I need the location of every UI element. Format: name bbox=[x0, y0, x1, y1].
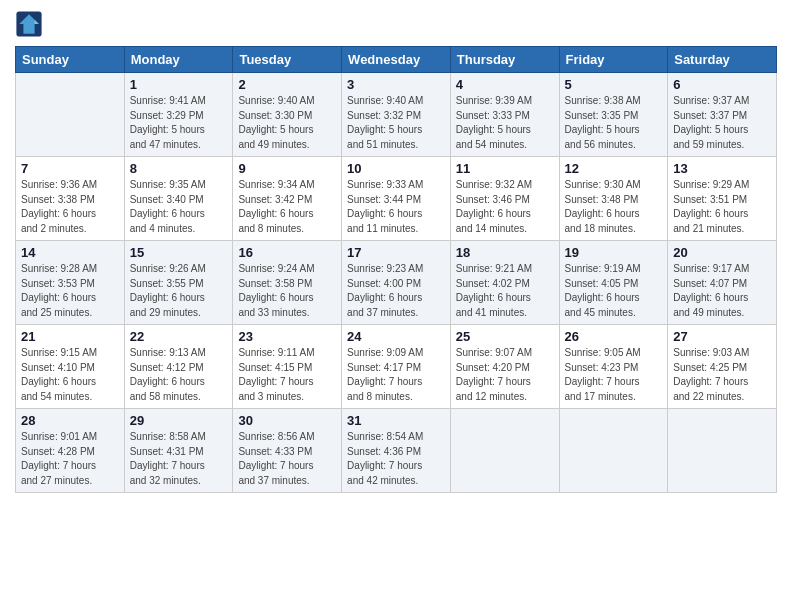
day-info: Sunrise: 9:33 AM Sunset: 3:44 PM Dayligh… bbox=[347, 178, 445, 236]
calendar-cell: 29Sunrise: 8:58 AM Sunset: 4:31 PM Dayli… bbox=[124, 409, 233, 493]
logo-icon bbox=[15, 10, 43, 38]
day-header-monday: Monday bbox=[124, 47, 233, 73]
day-number: 15 bbox=[130, 245, 228, 260]
day-info: Sunrise: 9:30 AM Sunset: 3:48 PM Dayligh… bbox=[565, 178, 663, 236]
day-number: 13 bbox=[673, 161, 771, 176]
header bbox=[15, 10, 777, 38]
day-info: Sunrise: 9:24 AM Sunset: 3:58 PM Dayligh… bbox=[238, 262, 336, 320]
day-number: 22 bbox=[130, 329, 228, 344]
calendar-cell: 7Sunrise: 9:36 AM Sunset: 3:38 PM Daylig… bbox=[16, 157, 125, 241]
calendar-cell: 6Sunrise: 9:37 AM Sunset: 3:37 PM Daylig… bbox=[668, 73, 777, 157]
day-number: 4 bbox=[456, 77, 554, 92]
calendar-cell: 20Sunrise: 9:17 AM Sunset: 4:07 PM Dayli… bbox=[668, 241, 777, 325]
day-number: 31 bbox=[347, 413, 445, 428]
day-info: Sunrise: 9:15 AM Sunset: 4:10 PM Dayligh… bbox=[21, 346, 119, 404]
calendar-cell: 12Sunrise: 9:30 AM Sunset: 3:48 PM Dayli… bbox=[559, 157, 668, 241]
week-row-3: 14Sunrise: 9:28 AM Sunset: 3:53 PM Dayli… bbox=[16, 241, 777, 325]
calendar-cell: 26Sunrise: 9:05 AM Sunset: 4:23 PM Dayli… bbox=[559, 325, 668, 409]
day-number: 14 bbox=[21, 245, 119, 260]
day-number: 11 bbox=[456, 161, 554, 176]
calendar-cell: 5Sunrise: 9:38 AM Sunset: 3:35 PM Daylig… bbox=[559, 73, 668, 157]
day-info: Sunrise: 9:34 AM Sunset: 3:42 PM Dayligh… bbox=[238, 178, 336, 236]
day-info: Sunrise: 9:35 AM Sunset: 3:40 PM Dayligh… bbox=[130, 178, 228, 236]
day-info: Sunrise: 9:28 AM Sunset: 3:53 PM Dayligh… bbox=[21, 262, 119, 320]
day-info: Sunrise: 9:17 AM Sunset: 4:07 PM Dayligh… bbox=[673, 262, 771, 320]
calendar-cell bbox=[559, 409, 668, 493]
day-info: Sunrise: 9:39 AM Sunset: 3:33 PM Dayligh… bbox=[456, 94, 554, 152]
calendar-cell: 9Sunrise: 9:34 AM Sunset: 3:42 PM Daylig… bbox=[233, 157, 342, 241]
calendar-cell: 30Sunrise: 8:56 AM Sunset: 4:33 PM Dayli… bbox=[233, 409, 342, 493]
day-header-thursday: Thursday bbox=[450, 47, 559, 73]
day-info: Sunrise: 8:58 AM Sunset: 4:31 PM Dayligh… bbox=[130, 430, 228, 488]
day-number: 10 bbox=[347, 161, 445, 176]
day-info: Sunrise: 9:19 AM Sunset: 4:05 PM Dayligh… bbox=[565, 262, 663, 320]
day-number: 9 bbox=[238, 161, 336, 176]
calendar-cell bbox=[16, 73, 125, 157]
calendar-cell: 2Sunrise: 9:40 AM Sunset: 3:30 PM Daylig… bbox=[233, 73, 342, 157]
day-info: Sunrise: 9:40 AM Sunset: 3:30 PM Dayligh… bbox=[238, 94, 336, 152]
day-info: Sunrise: 9:01 AM Sunset: 4:28 PM Dayligh… bbox=[21, 430, 119, 488]
day-number: 25 bbox=[456, 329, 554, 344]
calendar-cell: 31Sunrise: 8:54 AM Sunset: 4:36 PM Dayli… bbox=[342, 409, 451, 493]
week-row-5: 28Sunrise: 9:01 AM Sunset: 4:28 PM Dayli… bbox=[16, 409, 777, 493]
day-info: Sunrise: 9:11 AM Sunset: 4:15 PM Dayligh… bbox=[238, 346, 336, 404]
day-info: Sunrise: 9:09 AM Sunset: 4:17 PM Dayligh… bbox=[347, 346, 445, 404]
day-info: Sunrise: 9:32 AM Sunset: 3:46 PM Dayligh… bbox=[456, 178, 554, 236]
header-row: SundayMondayTuesdayWednesdayThursdayFrid… bbox=[16, 47, 777, 73]
calendar-cell: 18Sunrise: 9:21 AM Sunset: 4:02 PM Dayli… bbox=[450, 241, 559, 325]
calendar-cell: 13Sunrise: 9:29 AM Sunset: 3:51 PM Dayli… bbox=[668, 157, 777, 241]
day-number: 24 bbox=[347, 329, 445, 344]
day-info: Sunrise: 9:26 AM Sunset: 3:55 PM Dayligh… bbox=[130, 262, 228, 320]
calendar-cell: 1Sunrise: 9:41 AM Sunset: 3:29 PM Daylig… bbox=[124, 73, 233, 157]
calendar-cell: 15Sunrise: 9:26 AM Sunset: 3:55 PM Dayli… bbox=[124, 241, 233, 325]
day-number: 18 bbox=[456, 245, 554, 260]
day-header-tuesday: Tuesday bbox=[233, 47, 342, 73]
calendar-cell: 17Sunrise: 9:23 AM Sunset: 4:00 PM Dayli… bbox=[342, 241, 451, 325]
day-number: 2 bbox=[238, 77, 336, 92]
calendar-cell: 16Sunrise: 9:24 AM Sunset: 3:58 PM Dayli… bbox=[233, 241, 342, 325]
page: SundayMondayTuesdayWednesdayThursdayFrid… bbox=[0, 0, 792, 612]
day-number: 16 bbox=[238, 245, 336, 260]
day-number: 8 bbox=[130, 161, 228, 176]
calendar-cell bbox=[450, 409, 559, 493]
day-info: Sunrise: 9:23 AM Sunset: 4:00 PM Dayligh… bbox=[347, 262, 445, 320]
day-info: Sunrise: 8:54 AM Sunset: 4:36 PM Dayligh… bbox=[347, 430, 445, 488]
calendar-cell: 21Sunrise: 9:15 AM Sunset: 4:10 PM Dayli… bbox=[16, 325, 125, 409]
day-info: Sunrise: 9:13 AM Sunset: 4:12 PM Dayligh… bbox=[130, 346, 228, 404]
day-number: 26 bbox=[565, 329, 663, 344]
day-number: 12 bbox=[565, 161, 663, 176]
calendar-table: SundayMondayTuesdayWednesdayThursdayFrid… bbox=[15, 46, 777, 493]
day-info: Sunrise: 9:41 AM Sunset: 3:29 PM Dayligh… bbox=[130, 94, 228, 152]
day-number: 5 bbox=[565, 77, 663, 92]
day-number: 30 bbox=[238, 413, 336, 428]
day-number: 28 bbox=[21, 413, 119, 428]
day-info: Sunrise: 9:21 AM Sunset: 4:02 PM Dayligh… bbox=[456, 262, 554, 320]
calendar-cell: 22Sunrise: 9:13 AM Sunset: 4:12 PM Dayli… bbox=[124, 325, 233, 409]
calendar-cell: 28Sunrise: 9:01 AM Sunset: 4:28 PM Dayli… bbox=[16, 409, 125, 493]
calendar-cell: 3Sunrise: 9:40 AM Sunset: 3:32 PM Daylig… bbox=[342, 73, 451, 157]
day-info: Sunrise: 9:38 AM Sunset: 3:35 PM Dayligh… bbox=[565, 94, 663, 152]
calendar-cell: 25Sunrise: 9:07 AM Sunset: 4:20 PM Dayli… bbox=[450, 325, 559, 409]
day-number: 19 bbox=[565, 245, 663, 260]
calendar-cell: 23Sunrise: 9:11 AM Sunset: 4:15 PM Dayli… bbox=[233, 325, 342, 409]
calendar-cell: 27Sunrise: 9:03 AM Sunset: 4:25 PM Dayli… bbox=[668, 325, 777, 409]
day-info: Sunrise: 9:07 AM Sunset: 4:20 PM Dayligh… bbox=[456, 346, 554, 404]
calendar-cell: 10Sunrise: 9:33 AM Sunset: 3:44 PM Dayli… bbox=[342, 157, 451, 241]
day-header-saturday: Saturday bbox=[668, 47, 777, 73]
day-info: Sunrise: 8:56 AM Sunset: 4:33 PM Dayligh… bbox=[238, 430, 336, 488]
day-number: 29 bbox=[130, 413, 228, 428]
day-info: Sunrise: 9:29 AM Sunset: 3:51 PM Dayligh… bbox=[673, 178, 771, 236]
day-number: 6 bbox=[673, 77, 771, 92]
logo bbox=[15, 10, 47, 38]
day-number: 7 bbox=[21, 161, 119, 176]
day-number: 27 bbox=[673, 329, 771, 344]
calendar-cell: 11Sunrise: 9:32 AM Sunset: 3:46 PM Dayli… bbox=[450, 157, 559, 241]
calendar-cell: 24Sunrise: 9:09 AM Sunset: 4:17 PM Dayli… bbox=[342, 325, 451, 409]
week-row-4: 21Sunrise: 9:15 AM Sunset: 4:10 PM Dayli… bbox=[16, 325, 777, 409]
day-info: Sunrise: 9:36 AM Sunset: 3:38 PM Dayligh… bbox=[21, 178, 119, 236]
week-row-2: 7Sunrise: 9:36 AM Sunset: 3:38 PM Daylig… bbox=[16, 157, 777, 241]
day-number: 21 bbox=[21, 329, 119, 344]
calendar-cell bbox=[668, 409, 777, 493]
day-info: Sunrise: 9:37 AM Sunset: 3:37 PM Dayligh… bbox=[673, 94, 771, 152]
calendar-cell: 8Sunrise: 9:35 AM Sunset: 3:40 PM Daylig… bbox=[124, 157, 233, 241]
